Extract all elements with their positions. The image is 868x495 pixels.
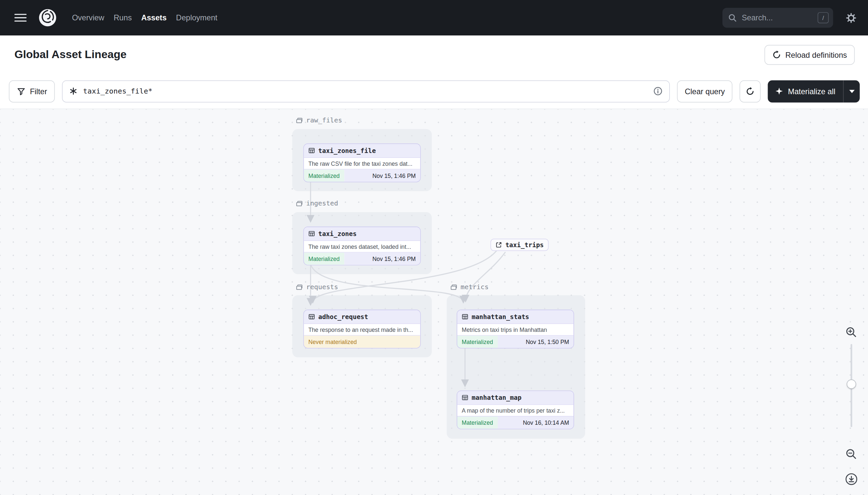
zoom-slider[interactable]	[847, 344, 856, 427]
dagster-logo[interactable]	[38, 8, 58, 28]
table-icon	[462, 395, 468, 401]
gear-icon	[845, 12, 857, 23]
table-icon	[308, 313, 315, 320]
asset-node-adhoc-request[interactable]: adhoc_request The response to an request…	[303, 309, 421, 348]
group-name: requests	[306, 283, 338, 291]
asset-node-taxi-zones-file[interactable]: taxi_zones_file The raw CSV file for the…	[303, 143, 421, 182]
hamburger-menu-icon[interactable]	[14, 12, 26, 24]
search-shortcut-key: /	[817, 12, 829, 23]
asset-name: manhattan_map	[472, 394, 521, 402]
materialize-options-button[interactable]	[843, 80, 860, 102]
asset-description: The raw CSV file for the taxi zones dat.…	[304, 158, 420, 169]
asset-node-manhattan-stats[interactable]: manhattan_stats Metrics on taxi trips in…	[457, 309, 574, 348]
nav-link-deployment[interactable]: Deployment	[176, 11, 217, 24]
asset-node-manhattan-map[interactable]: manhattan_map A map of the number of tri…	[457, 391, 574, 429]
asset-name: manhattan_stats	[472, 313, 529, 321]
node-header: taxi_zones	[304, 227, 420, 241]
clear-query-button[interactable]: Clear query	[677, 80, 732, 102]
external-link-icon	[495, 242, 502, 248]
group-label-ingested[interactable]: ingested	[296, 200, 338, 207]
zoom-slider-thumb[interactable]	[847, 379, 856, 389]
materialization-timestamp: Nov 15, 1:46 PM	[344, 253, 420, 265]
group-name: metrics	[461, 283, 489, 291]
filter-funnel-icon	[17, 87, 25, 96]
asset-name: adhoc_request	[318, 313, 368, 321]
reload-definitions-button[interactable]: Reload definitions	[764, 45, 855, 65]
page-header: Global Asset Lineage Reload definitions	[0, 35, 868, 73]
asset-selection-input[interactable]	[62, 80, 670, 102]
lineage-canvas[interactable]: raw_files ingested requests metrics	[0, 109, 868, 495]
group-name: ingested	[306, 200, 338, 207]
selection-asterisk-icon	[69, 87, 77, 95]
node-footer: Materialized Nov 15, 1:50 PM	[457, 335, 573, 348]
materialization-timestamp	[361, 336, 420, 348]
node-footer: Materialized Nov 15, 1:46 PM	[304, 252, 420, 265]
materialization-timestamp: Nov 15, 1:46 PM	[344, 169, 420, 182]
node-header: manhattan_map	[457, 391, 573, 405]
asset-query-input[interactable]	[82, 86, 649, 96]
node-header: manhattan_stats	[457, 310, 573, 324]
edge-taxi-trips-to-manhattan-stats	[465, 252, 506, 301]
clear-query-label: Clear query	[685, 87, 725, 96]
table-icon	[462, 313, 468, 320]
zoom-out-button[interactable]	[845, 448, 857, 460]
asset-group-icon	[296, 283, 303, 290]
asset-name: taxi_zones	[318, 230, 357, 238]
table-icon	[308, 148, 315, 154]
zoom-in-icon	[845, 326, 857, 338]
zoom-controls	[843, 326, 860, 486]
global-search[interactable]: /	[722, 8, 833, 28]
navbar-right: /	[722, 8, 857, 28]
search-input[interactable]	[741, 13, 814, 23]
sparkle-icon	[776, 88, 783, 95]
asset-description: A map of the number of trips per taxi z.…	[457, 405, 573, 416]
materialize-all-split-button: Materialize all	[768, 80, 860, 102]
status-badge: Materialized	[457, 336, 498, 348]
group-label-raw-files[interactable]: raw_files	[296, 116, 342, 124]
asset-node-taxi-zones[interactable]: taxi_zones The raw taxi zones dataset, l…	[303, 226, 421, 265]
asset-name: taxi_zones_file	[318, 147, 376, 155]
refresh-icon	[746, 87, 755, 96]
page-title: Global Asset Lineage	[14, 48, 127, 61]
status-badge: Materialized	[304, 253, 344, 265]
status-badge: Materialized	[304, 169, 344, 182]
node-footer: Never materialized	[304, 335, 420, 348]
reload-definitions-label: Reload definitions	[785, 50, 847, 59]
asset-group-icon	[296, 200, 303, 207]
asset-description: Metrics on taxi trips in Manhattan	[457, 324, 573, 335]
logo-swirl-icon	[38, 8, 58, 28]
settings-button[interactable]	[845, 12, 857, 23]
nav-link-assets[interactable]: Assets	[141, 11, 166, 24]
nav-link-runs[interactable]: Runs	[114, 11, 132, 24]
lineage-edges	[0, 109, 868, 495]
node-header: adhoc_request	[304, 310, 420, 324]
table-icon	[308, 231, 315, 237]
nav-link-overview[interactable]: Overview	[72, 11, 104, 24]
external-asset-taxi-trips[interactable]: taxi_trips	[491, 239, 549, 251]
asset-group-icon	[450, 283, 457, 290]
zoom-in-button[interactable]	[845, 326, 857, 338]
primary-nav: Overview Runs Assets Deployment	[72, 11, 217, 24]
node-footer: Materialized Nov 16, 10:14 AM	[457, 416, 573, 429]
group-label-metrics[interactable]: metrics	[450, 283, 489, 291]
materialize-all-label: Materialize all	[788, 87, 835, 96]
group-label-requests[interactable]: requests	[296, 283, 338, 291]
info-icon[interactable]	[653, 86, 663, 96]
materialization-timestamp: Nov 15, 1:50 PM	[497, 336, 573, 348]
asset-group-icon	[296, 117, 303, 124]
node-footer: Materialized Nov 15, 1:46 PM	[304, 169, 420, 182]
materialize-all-button[interactable]: Materialize all	[768, 80, 843, 102]
asset-description: The raw taxi zones dataset, loaded int..…	[304, 241, 420, 252]
refresh-graph-button[interactable]	[740, 80, 761, 102]
export-graph-button[interactable]	[845, 472, 858, 486]
search-icon	[728, 14, 737, 22]
filter-label: Filter	[30, 87, 47, 96]
status-badge: Materialized	[457, 416, 498, 429]
node-header: taxi_zones_file	[304, 144, 420, 158]
filter-button[interactable]: Filter	[9, 80, 55, 102]
reload-icon	[772, 50, 781, 59]
top-navbar: Overview Runs Assets Deployment /	[0, 0, 868, 35]
app-window: Overview Runs Assets Deployment /	[0, 0, 868, 495]
group-name: raw_files	[306, 116, 342, 124]
zoom-out-icon	[845, 448, 857, 460]
